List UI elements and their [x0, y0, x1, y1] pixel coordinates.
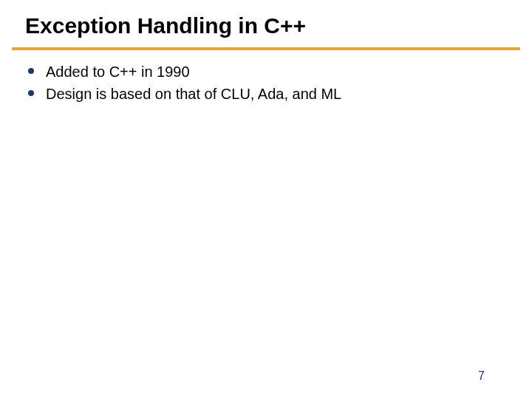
list-item: Design is based on that of CLU, Ada, and…: [28, 84, 504, 103]
title-underline: [12, 47, 520, 50]
bullet-text: Design is based on that of CLU, Ada, and…: [46, 84, 341, 103]
slide: Exception Handling in C++ Added to C++ i…: [0, 0, 532, 399]
content-area: Added to C++ in 1990 Design is based on …: [28, 62, 504, 106]
bullet-text: Added to C++ in 1990: [46, 62, 190, 81]
list-item: Added to C++ in 1990: [28, 62, 504, 81]
page-number: 7: [478, 369, 485, 383]
bullet-icon: [28, 68, 34, 74]
bullet-icon: [28, 90, 34, 96]
slide-title: Exception Handling in C++: [25, 13, 306, 38]
